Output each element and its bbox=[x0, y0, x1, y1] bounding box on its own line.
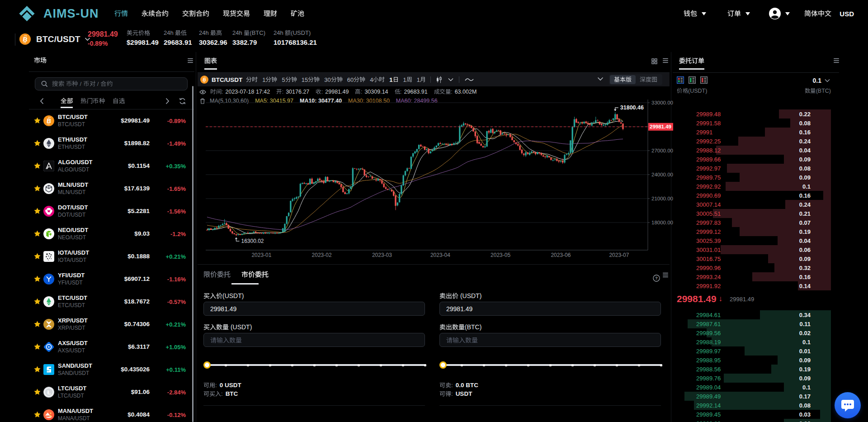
order-book-row[interactable]: 29984.61 0.34 bbox=[674, 310, 831, 319]
candle-chevron-icon[interactable] bbox=[448, 78, 453, 81]
favorite-star-icon[interactable] bbox=[34, 411, 41, 417]
order-book-row[interactable]: 29987.61 0.11 bbox=[674, 319, 831, 328]
order-book-row[interactable]: 29989.45 0.03 bbox=[674, 410, 831, 419]
favorite-star-icon[interactable] bbox=[34, 298, 41, 304]
favorite-star-icon[interactable] bbox=[34, 389, 41, 395]
sell-amount-slider[interactable] bbox=[439, 360, 661, 370]
order-book-row[interactable]: 29992.97 0.08 bbox=[674, 164, 831, 173]
timeframe-option[interactable]: 15 bbox=[302, 76, 320, 83]
favorite-star-icon[interactable] bbox=[34, 253, 41, 259]
order-book-row[interactable]: 29989.75 0.09 bbox=[674, 173, 831, 182]
order-book-row[interactable]: 29989.97 0.01 bbox=[674, 346, 831, 356]
buy-amount-slider[interactable] bbox=[203, 360, 425, 370]
chart-menu-icon[interactable] bbox=[663, 58, 668, 63]
order-book-row[interactable]: 29990.96 0.32 bbox=[674, 263, 831, 272]
coin-list-item[interactable]: MLN/USDT MLN/USDT $17.6139 -1.65% bbox=[29, 177, 192, 200]
slider-handle[interactable] bbox=[439, 361, 447, 369]
order-book-row[interactable]: 29993.24 0.16 bbox=[674, 272, 831, 281]
eye-icon[interactable] bbox=[199, 90, 206, 95]
coin-list-item[interactable]: YFI/USDT YFI/USDT $6907.12 -1.16% bbox=[29, 268, 192, 290]
order-book-row[interactable]: 29989.76 0.09 bbox=[674, 374, 831, 383]
timeframe-option[interactable]: 4 bbox=[370, 76, 385, 83]
order-book-row[interactable]: 29992.14 0.08 bbox=[674, 401, 831, 410]
timeframe-option[interactable] bbox=[246, 76, 258, 83]
order-book-row[interactable]: 29989.49 0.17 bbox=[674, 392, 831, 401]
timeframe-option[interactable]: 60 bbox=[347, 76, 365, 83]
chart-tab[interactable] bbox=[204, 57, 217, 64]
toolbar-collapse-icon[interactable] bbox=[597, 77, 604, 81]
chat-widget-button[interactable] bbox=[835, 392, 861, 418]
order-book-row[interactable]: 29992.25 0.24 bbox=[674, 137, 831, 146]
view-mode-both-icon[interactable] bbox=[677, 76, 684, 84]
pair-selector[interactable]: B BTC/USDT bbox=[19, 33, 90, 45]
view-mode-bids-icon[interactable] bbox=[689, 76, 696, 84]
order-book-menu-icon[interactable] bbox=[834, 58, 839, 63]
order-book-row[interactable]: 29989.04 0.1 bbox=[674, 383, 831, 392]
nav-item-link[interactable] bbox=[223, 10, 250, 18]
help-icon[interactable]: ? bbox=[653, 275, 660, 282]
timeframe-option[interactable]: 1 bbox=[403, 76, 412, 83]
trade-menu-icon[interactable] bbox=[663, 272, 668, 278]
nav-wallet[interactable] bbox=[684, 10, 697, 18]
order-book-row[interactable]: 30031.01 0.06 bbox=[674, 245, 831, 254]
order-book-row[interactable]: 29991 0.16 bbox=[674, 128, 831, 137]
order-book-row[interactable]: 29989.66 0.09 bbox=[674, 155, 831, 164]
favorite-star-icon[interactable] bbox=[34, 185, 41, 191]
coin-list-item[interactable]: B BTC/USDT BTC/USDT $29981.49 -0.89% bbox=[29, 109, 192, 132]
currency-select[interactable]: USD bbox=[840, 10, 854, 18]
precision-select[interactable]: 0.1 bbox=[813, 77, 830, 84]
order-book-row[interactable]: 30007.14 0.24 bbox=[674, 200, 831, 209]
favorite-star-icon[interactable] bbox=[34, 140, 41, 146]
order-book-row[interactable]: 29989.48 0.22 bbox=[674, 109, 831, 119]
sidebar-menu-icon[interactable] bbox=[188, 58, 193, 63]
tab-market-order[interactable] bbox=[241, 270, 269, 278]
view-basic-button[interactable] bbox=[610, 75, 636, 84]
user-avatar-icon[interactable] bbox=[769, 8, 781, 19]
sidebar-tab[interactable] bbox=[113, 98, 125, 104]
favorite-star-icon[interactable] bbox=[34, 366, 41, 372]
timeframe-option[interactable]: 1 bbox=[417, 76, 426, 83]
favorite-star-icon[interactable] bbox=[34, 162, 41, 169]
nav-item-link[interactable] bbox=[142, 10, 169, 18]
coin-list-item[interactable]: DOT/USDT DOT/USDT $5.2281 -1.56% bbox=[29, 200, 192, 223]
order-book-row[interactable]: 29988.19 0.1 bbox=[674, 337, 831, 346]
tabs-prev-icon[interactable] bbox=[40, 98, 44, 104]
order-book-row[interactable]: 29990.69 0.16 bbox=[674, 191, 831, 200]
timeframe-option[interactable]: 30 bbox=[324, 76, 342, 83]
view-mode-asks-icon[interactable] bbox=[700, 76, 708, 84]
buy-price-input[interactable]: 29981.49 bbox=[203, 302, 425, 316]
coin-list-item[interactable]: ETH/USDT ETH/USDT $1898.82 -1.49% bbox=[29, 132, 192, 155]
order-book-row[interactable]: 30005.51 0.21 bbox=[674, 209, 831, 218]
favorite-star-icon[interactable] bbox=[34, 275, 41, 282]
candlestick-chart[interactable]: 33000.0030000.0027000.0024000.0021000.00… bbox=[198, 100, 673, 262]
nav-item-active[interactable] bbox=[114, 10, 128, 18]
timeframe-active[interactable]: 1 bbox=[389, 76, 398, 83]
favorite-star-icon[interactable] bbox=[34, 117, 41, 123]
coin-list-item[interactable]: SAND/USDT SAND/USDT $0.435026 +0.11% bbox=[29, 358, 192, 381]
coin-list-item[interactable]: MANA/USDT MANA/USDT $0.4084 -0.12% bbox=[29, 403, 192, 422]
chart-grid-icon[interactable] bbox=[651, 58, 657, 64]
tabs-next-icon[interactable] bbox=[165, 98, 170, 104]
tab-limit-order[interactable] bbox=[203, 270, 231, 278]
nav-item-link[interactable] bbox=[264, 10, 277, 18]
sidebar-scrollbar[interactable] bbox=[192, 86, 193, 422]
order-book-row[interactable]: 29991.58 0.08 bbox=[674, 119, 831, 128]
sidebar-tab[interactable] bbox=[61, 98, 73, 104]
nav-item-link[interactable] bbox=[182, 10, 209, 18]
order-book-row[interactable]: 30016.75 0.09 bbox=[674, 254, 831, 263]
order-book-row[interactable]: 29989.39 0.06 bbox=[674, 419, 831, 422]
order-book-row[interactable]: 29991.92 0.14 bbox=[674, 281, 831, 290]
view-depth-button[interactable] bbox=[636, 75, 661, 84]
refresh-icon[interactable] bbox=[179, 97, 186, 105]
order-book-row[interactable]: 30025.39 0.04 bbox=[674, 236, 831, 245]
order-book-row[interactable]: 29992.92 0.1 bbox=[674, 182, 831, 191]
candle-style-icon[interactable] bbox=[435, 76, 443, 83]
favorite-star-icon[interactable] bbox=[34, 343, 41, 350]
favorite-star-icon[interactable] bbox=[34, 321, 41, 327]
favorite-star-icon[interactable] bbox=[34, 208, 41, 214]
coin-list-item[interactable]: AXS/USDT AXS/USDT $6.3117 +1.05% bbox=[29, 336, 192, 358]
sidebar-tab[interactable] bbox=[80, 98, 105, 104]
sell-price-input[interactable]: 29981.49 bbox=[439, 302, 661, 316]
order-book-row[interactable]: 29989.56 0.02 bbox=[674, 328, 831, 337]
coin-list-item[interactable]: XRP/USDT XRP/USDT $0.74306 +0.21% bbox=[29, 313, 192, 336]
